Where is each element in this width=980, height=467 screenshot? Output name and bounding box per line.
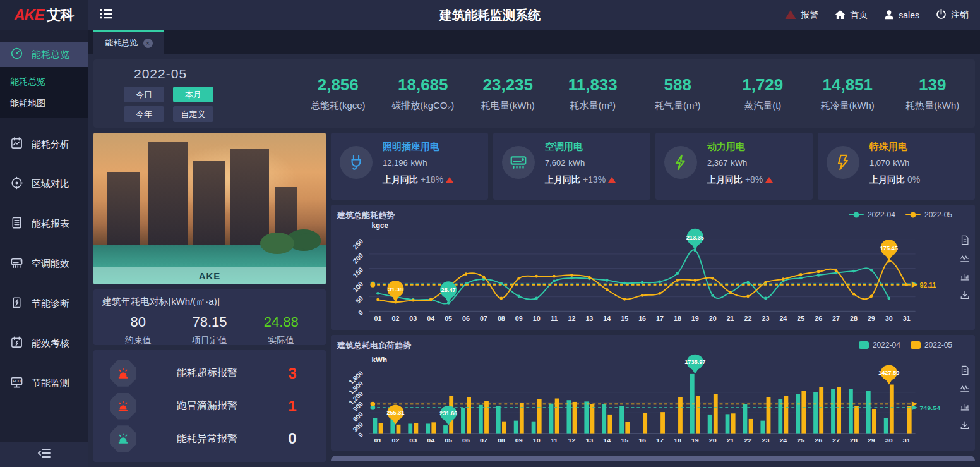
tab-close-icon[interactable]: × (143, 39, 153, 48)
svg-text:0: 0 (357, 308, 365, 317)
download-icon[interactable] (960, 290, 970, 300)
svg-text:24: 24 (779, 437, 787, 444)
card-power[interactable]: 动力用电 2,367 kWh 上月同比 +8% (655, 133, 813, 200)
nav-alarm[interactable]: 报警 (785, 9, 818, 21)
svg-text:27: 27 (832, 437, 840, 444)
svg-text:02: 02 (391, 315, 399, 322)
card-hvac[interactable]: 空调用电 7,602 kWh 上月同比 +13% (493, 133, 650, 200)
user-icon (884, 9, 894, 21)
sidebar-item-region-compare[interactable]: 区域对比 (0, 171, 88, 197)
svg-text:300: 300 (352, 421, 365, 433)
svg-text:17: 17 (656, 437, 664, 444)
plug-icon (340, 146, 373, 179)
range-button-custom[interactable]: 自定义 (173, 106, 213, 122)
sidebar-item-hvac-efficiency[interactable]: 空调能效 (0, 250, 88, 277)
alarm-row-leakage[interactable]: 跑冒滴漏报警 1 (110, 393, 307, 420)
lightning-icon (664, 146, 697, 179)
sidebar-item-label: 节能监测 (32, 377, 69, 389)
nav-home[interactable]: 首页 (835, 9, 868, 21)
card-title: 动力用电 (707, 141, 773, 153)
trend-up-icon (765, 177, 773, 183)
nav-alarm-label: 报警 (801, 9, 818, 21)
legend-item[interactable]: 2022-04 (859, 341, 900, 349)
nav-user[interactable]: sales (884, 9, 919, 21)
legend-item[interactable]: 2022-04 (849, 210, 895, 219)
sidebar-item-label: 能耗报表 (32, 218, 69, 230)
line-chart-toggle-icon[interactable] (960, 384, 970, 394)
load-trend-bar-chart: kWh03006009001,2001,5001,800010203040506… (337, 351, 951, 448)
stat-heating: 139耗热量(kWh) (890, 75, 976, 112)
alarm-count: 3 (278, 365, 307, 382)
svg-text:18: 18 (674, 437, 681, 444)
legend-item[interactable]: 2022-05 (911, 341, 952, 349)
data-view-icon[interactable] (960, 365, 970, 375)
svg-text:28.47: 28.47 (441, 287, 456, 293)
trend-up-icon (446, 177, 453, 183)
stat-carbon: 18,685碳排放(kgCO₂) (381, 75, 466, 112)
card-special[interactable]: 特殊用电 1,070 kWh 上月同比 0% (818, 133, 975, 200)
svg-text:10: 10 (533, 315, 541, 322)
legend-label: 2022-05 (924, 341, 952, 349)
alarm-label: 能耗超标报警 (136, 367, 278, 380)
load-trend-chart-panel: 建筑总耗电负荷趋势 2022-042022-05 kWh03006009001,… (331, 335, 975, 451)
energy-trend-line-chart: kgce050100150200250010203040506070809101… (337, 221, 951, 327)
svg-text:175.45: 175.45 (880, 245, 898, 252)
submenu-item-energy-map[interactable]: 能耗地图 (0, 92, 88, 114)
sidebar-item-efficiency-assessment[interactable]: 能效考核 (0, 330, 88, 356)
range-button-month[interactable]: 本月 (173, 87, 213, 102)
alarm-row-abnormal[interactable]: 能耗异常报警 0 (110, 425, 307, 452)
range-button-year[interactable]: 今年 (124, 106, 164, 122)
benchmark-constraint: 80约束值 (102, 314, 174, 346)
building-photo: AKE (93, 133, 326, 284)
energy-trend-chart-panel: 建筑总能耗趋势 2022-042022-05 kgce0501001502002… (331, 205, 975, 330)
download-icon[interactable] (960, 420, 970, 430)
svg-text:27: 27 (832, 315, 840, 322)
header-nav: 报警 首页 sales 注销 (785, 9, 980, 21)
bar-chart-toggle-icon[interactable] (960, 402, 970, 412)
line-chart-toggle-icon[interactable] (960, 253, 970, 264)
nav-logout[interactable]: 注销 (936, 9, 969, 21)
stat-list: 2,856总能耗(kgce) 18,685碳排放(kgCO₂) 23,235耗电… (296, 75, 975, 112)
svg-text:05: 05 (445, 437, 452, 444)
card-title: 空调用电 (545, 141, 616, 153)
benchmark-title: 建筑年耗电对标[kWh/(㎡·a)] (102, 296, 317, 308)
report-icon (10, 216, 23, 231)
data-view-icon[interactable] (960, 235, 970, 245)
svg-text:200: 200 (351, 252, 364, 265)
siren-icon (110, 393, 136, 420)
sidebar-item-saving-diagnosis[interactable]: 节能诊断 (0, 290, 88, 317)
stat-total-energy: 2,856总能耗(kgce) (296, 75, 381, 112)
svg-text:19: 19 (691, 437, 699, 444)
legend-item[interactable]: 2022-05 (905, 210, 952, 219)
svg-text:08: 08 (498, 437, 505, 444)
svg-text:04: 04 (427, 315, 434, 322)
sidebar-item-energy-overview[interactable]: 能耗总览 (0, 42, 88, 67)
card-lighting-sockets[interactable]: 照明插座用电 12,196 kWh 上月同比 +18% (331, 133, 488, 200)
sidebar: 能耗总览 能耗总览 能耗地图 能耗分析 区域对比 能耗报表 空调能效 节能诊断 … (0, 30, 88, 467)
next-panel-edge (331, 456, 975, 461)
alarm-row-over-limit[interactable]: 能耗超标报警 3 (110, 360, 307, 387)
benchmark-project: 78.15项目定值 (174, 314, 245, 346)
sidebar-collapse-button[interactable] (0, 442, 88, 467)
sidebar-item-energy-analysis[interactable]: 能耗分析 (0, 131, 88, 157)
battery-bolt-icon (10, 296, 23, 311)
range-button-today[interactable]: 今日 (124, 87, 164, 102)
svg-text:29: 29 (868, 437, 875, 444)
usage-cards: 照明插座用电 12,196 kWh 上月同比 +18% 空调用电 7,602 k… (331, 133, 975, 200)
tab-energy-overview[interactable]: 能耗总览 × (93, 30, 164, 54)
air-conditioner-icon (10, 256, 23, 271)
svg-text:15: 15 (621, 315, 628, 322)
bar-chart-toggle-icon[interactable] (960, 272, 970, 282)
sidebar-item-energy-report[interactable]: 能耗报表 (0, 210, 88, 237)
sidebar-item-saving-monitor[interactable]: ECO 节能监测 (0, 370, 88, 396)
tab-bar: 能耗总览 × (88, 30, 980, 54)
svg-text:17: 17 (656, 315, 664, 322)
hamburger-menu-icon[interactable] (100, 8, 114, 22)
svg-text:01: 01 (374, 315, 382, 322)
card-title: 照明插座用电 (383, 141, 453, 153)
submenu-item-energy-overview[interactable]: 能耗总览 (0, 71, 88, 92)
svg-text:31: 31 (903, 437, 911, 444)
svg-text:31: 31 (903, 315, 911, 322)
sidebar-item-label: 区域对比 (32, 178, 69, 190)
target-icon (10, 176, 23, 191)
